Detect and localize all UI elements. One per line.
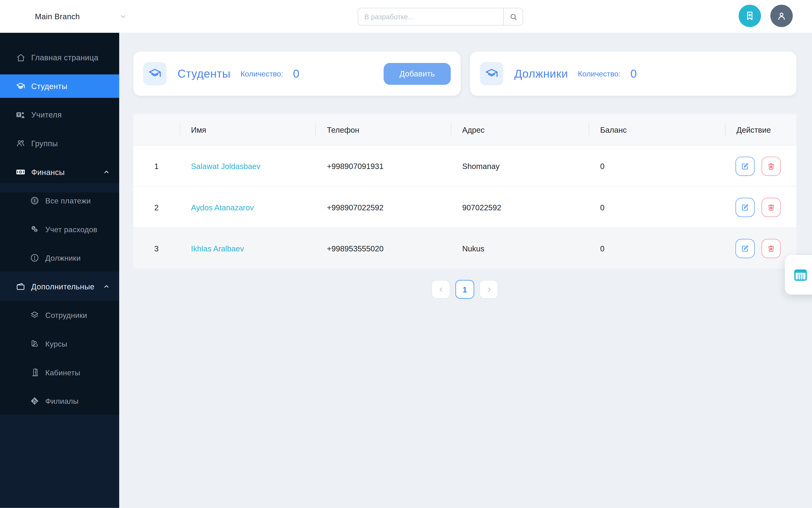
bookmark-plus-icon [744,10,755,22]
search-input[interactable] [358,8,503,25]
students-card-title: Студенты [178,67,231,81]
sidebar-section-additional[interactable]: Дополнительные [0,272,119,301]
stat-cards: Студенты Количество: 0 Добавить Должники… [133,51,796,96]
sidebar-item-label: Главная страница [31,53,98,62]
table-header-balance: Баланс [589,114,725,145]
sidebar-item-home[interactable]: Главная страница [0,43,119,72]
sidebar-item-branches[interactable]: Филиалы [0,387,119,415]
table-row: 3 Ikhlas Aralbaev +998953555020 Nukus 0 [133,227,796,268]
student-name-link[interactable]: Ikhlas Aralbaev [179,244,315,253]
sidebar-item-expenses[interactable]: €$ Учет расходов [0,215,119,244]
search-icon [509,12,518,21]
branch-selector[interactable]: Main Branch [35,0,128,33]
table-row: 2 Aydos Atanazarov +998907022592 9070225… [133,186,796,227]
row-actions [725,239,796,258]
sidebar-item-label: Сотрудники [45,311,87,319]
row-index: 1 [133,162,179,170]
student-phone: +998907091931 [315,162,451,170]
edit-button[interactable] [735,157,755,176]
table-header-action: Действие [725,114,796,145]
table-header-address: Адрес [451,114,589,145]
sidebar-item-label: Учителя [31,111,62,119]
app-window: Main Branch [0,0,812,508]
student-address: Nukus [451,244,589,253]
edit-icon [741,162,750,170]
search-button[interactable] [503,8,523,25]
sidebar-item-label: Курсы [45,339,68,348]
row-index: 2 [133,203,179,212]
edit-button[interactable] [735,198,755,217]
row-actions [725,157,796,176]
svg-text:$: $ [35,229,37,232]
sidebar-item-label: Должники [45,254,81,262]
branch-selector-label: Main Branch [35,12,80,20]
edit-button[interactable] [735,239,755,258]
student-name-link[interactable]: Salawat Joldasbaev [179,162,315,170]
students-count-value: 0 [293,67,299,81]
svg-text:€: € [33,226,34,229]
chevron-down-icon [119,12,128,20]
chevron-right-icon [485,285,493,293]
debtors-card: Должники Количество: 0 [470,51,797,96]
sidebar-item-groups[interactable]: Группы [0,129,119,158]
row-index: 3 [133,244,179,253]
profile-button[interactable] [770,5,793,27]
add-student-button[interactable]: Добавить [384,63,451,85]
main-content: Студенты Количество: 0 Добавить Должники… [119,33,812,508]
sidebar-item-employees[interactable]: Сотрудники [0,301,119,330]
sidebar-item-teachers[interactable]: Учителя [0,100,119,129]
edit-icon [741,244,750,253]
pagination: 1 [133,280,796,299]
students-table: Имя Телефон Адрес Баланс Действие 1 Sala… [133,114,796,268]
sidebar-item-label: Студенты [31,82,68,90]
bookmark-add-button[interactable] [739,5,761,27]
student-phone: +998907022592 [315,203,451,212]
debtors-count-value: 0 [630,67,637,81]
trash-icon [767,162,775,170]
delete-button[interactable] [761,157,781,176]
pagination-next-button[interactable] [479,280,498,299]
sidebar-item-label: Кабинеты [45,368,80,377]
graduation-cap-icon [143,62,167,85]
calendar-widget-button[interactable] [785,255,812,295]
topbar: Main Branch [0,0,812,33]
door-icon [30,368,40,377]
people-icon [16,138,26,149]
sidebar-item-all-payments[interactable]: $ Все платежи [0,186,119,215]
debtors-card-title: Должники [514,67,568,81]
pagination-page-1[interactable]: 1 [455,280,474,299]
debtors-count-label: Количество: [578,70,621,78]
student-balance: 0 [589,162,725,170]
sidebar-item-students[interactable]: Студенты [0,74,119,98]
table-header-index [133,114,179,145]
sidebar-nav: Главная страница Студенты Учителя Группы [0,33,119,415]
trash-icon [767,203,775,212]
sidebar-item-debtors[interactable]: Должники [0,244,119,272]
table-header-name: Имя [179,114,315,145]
user-icon [776,10,787,22]
students-card: Студенты Количество: 0 Добавить [133,51,461,96]
delete-button[interactable] [761,239,781,258]
student-name-link[interactable]: Aydos Atanazarov [179,203,315,212]
sidebar-item-label: Учет расходов [45,225,97,234]
graduation-cap-icon [480,62,503,85]
table-header-phone: Телефон [315,114,451,145]
chevron-up-icon [103,169,110,175]
student-address: 907022592 [451,203,589,212]
teams-icon [16,110,26,120]
sidebar-item-classrooms[interactable]: Кабинеты [0,358,119,387]
pagination-prev-button[interactable] [431,280,450,299]
sidebar-section-finance[interactable]: Финансы [0,158,119,186]
git-diamond-icon [30,396,40,406]
student-address: Shomanay [451,162,589,170]
chevron-up-icon [103,283,110,290]
student-balance: 0 [589,203,725,212]
table-header-row: Имя Телефон Адрес Баланс Действие [133,114,796,145]
layers-icon [30,310,40,320]
sidebar-item-courses[interactable]: Курсы [0,330,119,358]
delete-button[interactable] [761,198,781,217]
chevron-left-icon [437,285,445,293]
edit-icon [741,203,750,212]
coins-icon: €$ [30,224,40,234]
table-row: 1 Salawat Joldasbaev +998907091931 Shoma… [133,145,796,186]
